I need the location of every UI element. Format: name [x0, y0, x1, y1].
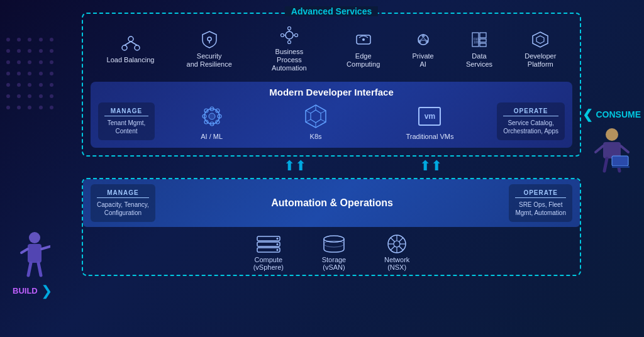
- mdi-workloads: AI / ML K8s vm Traditional: [160, 102, 492, 140]
- auto-manage-label: MANAGE: [97, 189, 149, 198]
- svg-line-60: [321, 111, 326, 113]
- svg-marker-46: [536, 36, 544, 43]
- svg-point-69: [276, 243, 278, 245]
- dots-grid-decoration: [6, 38, 57, 113]
- vms-icon: vm: [416, 102, 443, 130]
- svg-marker-58: [311, 110, 321, 123]
- workload-aiml: AI / ML: [198, 102, 226, 140]
- service-edge-computing: EdgeComputing: [347, 30, 380, 69]
- services-row: Load Balancing Securityand Resilience Bu…: [91, 19, 572, 77]
- svg-line-37: [423, 37, 426, 40]
- automation-box: MANAGE Capacity, Tenancy,Configuration A…: [83, 179, 580, 227]
- service-label: PrivateAI: [412, 52, 433, 69]
- load-balancing-icon: [121, 33, 141, 53]
- infra-network: Network(NSX): [384, 235, 409, 271]
- svg-point-22: [287, 27, 291, 30]
- infra-label: Storage(vSAN): [322, 256, 347, 271]
- infra-label: Compute(vSphere): [253, 256, 284, 271]
- svg-rect-13: [612, 166, 630, 168]
- service-label: Business ProcessAutomation: [264, 48, 314, 73]
- auto-operate-section: OPERATE SRE Ops, FleetMgmt, Automation: [509, 184, 572, 222]
- svg-line-81: [399, 238, 404, 242]
- svg-point-31: [362, 38, 365, 41]
- svg-rect-1: [28, 244, 42, 263]
- service-data: 01011001 DataServices: [466, 30, 492, 69]
- person-left-figure: BUILD ❯: [0, 230, 69, 299]
- svg-rect-40: [480, 33, 486, 38]
- automation-title: Automation & Operations: [160, 197, 504, 209]
- workload-label: K8s: [310, 133, 322, 140]
- bpa-icon: [279, 25, 299, 45]
- svg-line-36: [420, 37, 423, 40]
- infra-row: Compute(vSphere) Storage(vSAN) Network(N…: [83, 227, 580, 275]
- svg-point-6: [606, 128, 618, 141]
- svg-point-68: [276, 238, 278, 240]
- svg-point-56: [209, 113, 215, 119]
- consume-label: ❮ CONSUME: [582, 107, 641, 122]
- svg-text:1001: 1001: [474, 40, 480, 44]
- svg-point-23: [287, 41, 291, 44]
- svg-point-21: [286, 31, 293, 39]
- up-arrow-left: ⬆⬆: [284, 159, 306, 173]
- svg-point-70: [276, 249, 278, 251]
- svg-marker-45: [533, 32, 548, 47]
- svg-point-19: [208, 37, 211, 41]
- service-load-balancing: Load Balancing: [107, 33, 155, 64]
- service-label: Load Balancing: [107, 56, 155, 64]
- service-label: DataServices: [466, 52, 492, 69]
- svg-line-64: [306, 111, 311, 113]
- svg-line-2: [42, 246, 50, 249]
- service-developer-platform: DeveloperPlatform: [525, 30, 556, 69]
- mdi-operate-desc: Service Catalog,Orchestration, Apps: [503, 119, 558, 135]
- mdi-box: Modern Developer Interface MANAGE Tenant…: [91, 82, 572, 148]
- automation-inner: MANAGE Capacity, Tenancy,Configuration A…: [91, 184, 572, 222]
- auto-manage-section: MANAGE Capacity, Tenancy,Configuration: [91, 184, 155, 222]
- svg-line-79: [391, 238, 395, 242]
- storage-icon: [321, 235, 347, 253]
- svg-line-4: [28, 263, 31, 275]
- data-icon: 01011001: [469, 30, 489, 50]
- workload-label: Traditional VMs: [406, 133, 453, 140]
- svg-line-82: [391, 246, 395, 250]
- svg-point-24: [280, 34, 284, 37]
- edge-computing-icon: [353, 30, 374, 50]
- developer-platform-icon: [530, 30, 550, 50]
- k8s-icon: [302, 102, 330, 130]
- svg-rect-41: [480, 39, 486, 42]
- svg-rect-42: [480, 43, 486, 47]
- svg-line-10: [604, 158, 607, 171]
- mdi-inner: MANAGE Tenant Mgmt,Content AI / ML: [98, 102, 565, 140]
- auto-manage-desc: Capacity, Tenancy,Configuration: [97, 201, 149, 217]
- svg-point-0: [29, 232, 40, 243]
- svg-point-33: [421, 34, 425, 37]
- infra-storage: Storage(vSAN): [321, 235, 347, 271]
- service-label: DeveloperPlatform: [525, 52, 556, 69]
- auto-operate-label: OPERATE: [515, 189, 566, 198]
- workload-label: AI / ML: [201, 133, 223, 140]
- svg-point-15: [122, 45, 127, 50]
- vm-box-icon: vm: [418, 107, 441, 126]
- auto-operate-desc: SRE Ops, FleetMgmt, Automation: [515, 201, 566, 217]
- svg-point-14: [128, 36, 133, 41]
- infra-label: Network(NSX): [384, 256, 409, 271]
- workload-vms: vm Traditional VMs: [406, 102, 453, 140]
- infra-compute: Compute(vSphere): [253, 235, 284, 271]
- svg-point-25: [294, 34, 297, 37]
- up-arrows-row: ⬆⬆ ⬆⬆: [145, 157, 581, 175]
- network-icon: [384, 235, 409, 253]
- mdi-operate-label: OPERATE: [503, 108, 558, 116]
- svg-line-5: [38, 263, 41, 275]
- mdi-operate-section: OPERATE Service Catalog,Orchestration, A…: [497, 102, 565, 140]
- consume-arrow-icon: ❮: [582, 107, 593, 122]
- svg-line-63: [306, 119, 311, 122]
- private-ai-icon: [413, 30, 433, 50]
- workload-k8s: K8s: [302, 102, 330, 140]
- main-container: Advanced Services Load Balancing Securit…: [82, 13, 581, 324]
- build-deploy-operate-label: BUILD: [13, 285, 38, 297]
- mdi-manage-section: MANAGE Tenant Mgmt,Content: [98, 102, 155, 140]
- svg-point-16: [135, 45, 140, 50]
- svg-line-3: [21, 249, 28, 253]
- service-label: EdgeComputing: [347, 52, 380, 69]
- security-icon: [199, 30, 219, 50]
- svg-line-61: [321, 119, 326, 122]
